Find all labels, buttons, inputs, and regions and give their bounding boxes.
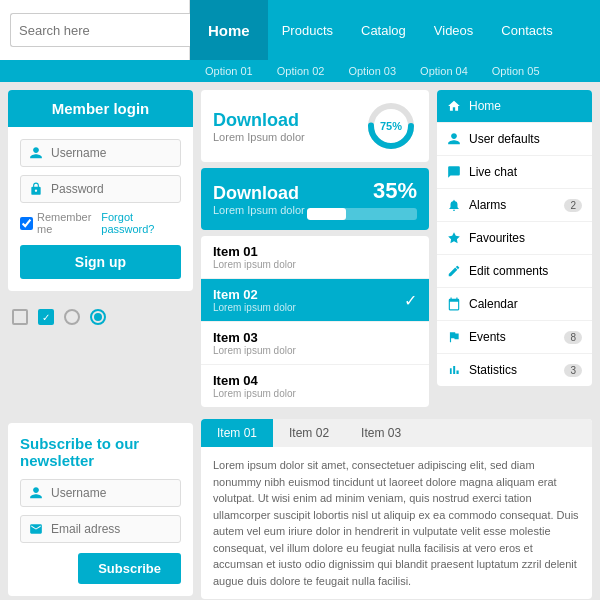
item-title-0: Item 01 [213, 244, 296, 259]
bottom-tabs-section: Item 01 Item 02 Item 03 Lorem ipsum dolo… [201, 415, 592, 599]
subscribe-username-row [20, 479, 181, 507]
home-icon [447, 99, 461, 113]
sidebar-label-favourites: Favourites [469, 231, 582, 245]
checkbox-unchecked[interactable] [12, 309, 28, 325]
chart-icon [447, 363, 461, 377]
flag-icon [447, 330, 461, 344]
bottom-tabs: Item 01 Item 02 Item 03 [201, 419, 592, 447]
nav-item-contacts[interactable]: Contacts [487, 0, 566, 60]
username-row: ✓ [20, 139, 181, 167]
events-badge: 8 [564, 331, 582, 344]
sub-nav: Option 01 Option 02 Option 03 Option 04 … [0, 60, 600, 82]
remember-me-checkbox[interactable] [20, 217, 33, 230]
sidebar-label-edit-comments: Edit comments [469, 264, 582, 278]
nav-item-videos[interactable]: Videos [420, 0, 488, 60]
sidebar-label-calendar: Calendar [469, 297, 582, 311]
item-entry-3[interactable]: Item 04 Lorem ipsum dolor [201, 365, 429, 407]
download-subtitle-2: Lorem Ipsum dolor [213, 204, 305, 216]
middle-panel: Download Lorem Ipsum dolor 75% Download … [201, 90, 429, 407]
star-icon [447, 231, 461, 245]
password-row: ✕ [20, 175, 181, 203]
progress-fill [307, 208, 346, 220]
sub-nav-item-5[interactable]: Option 05 [480, 63, 552, 79]
subscribe-email-row [20, 515, 181, 543]
progress-percent: 35% [373, 178, 417, 204]
sidebar-item-statistics[interactable]: Statistics 3 [437, 354, 592, 386]
sidebar-label-user-defaults: User defaults [469, 132, 582, 146]
search-input[interactable] [10, 13, 195, 47]
user-icon [29, 146, 43, 160]
nav-item-home[interactable]: Home [190, 0, 268, 60]
item-sub-2: Lorem ipsum dolor [213, 345, 296, 356]
sidebar-item-live-chat[interactable]: Live chat [437, 156, 592, 189]
bottom-tab-2[interactable]: Item 03 [345, 419, 417, 447]
user-defaults-icon [447, 132, 461, 146]
subscribe-section: Subscribe to our newsletter Subscribe [8, 415, 193, 599]
item-title-3: Item 04 [213, 373, 296, 388]
item-title-1: Item 02 [213, 287, 296, 302]
sidebar-item-calendar[interactable]: Calendar [437, 288, 592, 321]
subscribe-email-input[interactable] [51, 522, 201, 536]
donut-percent: 75% [380, 120, 402, 132]
password-input[interactable] [51, 182, 193, 196]
right-panel: Home User defaults Live chat Alarms 2 Fa [437, 90, 592, 407]
nav-item-catalog[interactable]: Catalog [347, 0, 420, 60]
left-panel: Member login ✓ ✕ Remember me [8, 90, 193, 407]
item-title-2: Item 03 [213, 330, 296, 345]
search-area [0, 0, 190, 60]
member-login-title: Member login [8, 90, 193, 127]
sign-up-button[interactable]: Sign up [20, 245, 181, 279]
subscribe-title: Subscribe to our newsletter [20, 435, 181, 469]
statistics-badge: 3 [564, 364, 582, 377]
member-login-card: Member login ✓ ✕ Remember me [8, 90, 193, 291]
main-content: Member login ✓ ✕ Remember me [0, 82, 600, 415]
sidebar-item-alarms[interactable]: Alarms 2 [437, 189, 592, 222]
sidebar-label-statistics: Statistics [469, 363, 556, 377]
sidebar-item-user-defaults[interactable]: User defaults [437, 123, 592, 156]
item-sub-1: Lorem ipsum dolor [213, 302, 296, 313]
sub-nav-item-4[interactable]: Option 04 [408, 63, 480, 79]
sidebar-item-edit-comments[interactable]: Edit comments [437, 255, 592, 288]
item-sub-3: Lorem ipsum dolor [213, 388, 296, 399]
alarms-badge: 2 [564, 199, 582, 212]
sidebar-item-events[interactable]: Events 8 [437, 321, 592, 354]
item-entry-0[interactable]: Item 01 Lorem ipsum dolor [201, 236, 429, 279]
download-text-2: Download Lorem Ipsum dolor [213, 183, 305, 216]
radio-unchecked[interactable] [64, 309, 80, 325]
item-list: Item 01 Lorem ipsum dolor Item 02 Lorem … [201, 236, 429, 407]
alarm-icon [447, 198, 461, 212]
sub-nav-item-1[interactable]: Option 01 [193, 63, 265, 79]
item-sub-0: Lorem ipsum dolor [213, 259, 296, 270]
sidebar-label-alarms: Alarms [469, 198, 556, 212]
forgot-password-link[interactable]: Forgot password? [101, 211, 181, 235]
sidebar-label-events: Events [469, 330, 556, 344]
download-banner-2: Download Lorem Ipsum dolor 35% [201, 168, 429, 230]
subscribe-username-input[interactable] [51, 486, 201, 500]
radio-checked[interactable] [90, 309, 106, 325]
sub-nav-item-3[interactable]: Option 03 [336, 63, 408, 79]
main-nav: Home Products Catalog Videos Contacts [190, 0, 600, 60]
member-login-body: ✓ ✕ Remember me Forgot password? Sign up [8, 127, 193, 291]
sub-nav-item-2[interactable]: Option 02 [265, 63, 337, 79]
item-entry-1[interactable]: Item 02 Lorem ipsum dolor ✓ [201, 279, 429, 322]
progress-bar [307, 208, 417, 220]
subscribe-button-wrap: Subscribe [20, 553, 181, 584]
sidebar-item-home[interactable]: Home [437, 90, 592, 123]
form-elements-row: ✓ [8, 299, 193, 329]
bottom-tab-0[interactable]: Item 01 [201, 419, 273, 447]
lower-area: Subscribe to our newsletter Subscribe It… [0, 415, 600, 600]
download-title-2: Download [213, 183, 305, 204]
sidebar-item-favourites[interactable]: Favourites [437, 222, 592, 255]
subscribe-button[interactable]: Subscribe [78, 553, 181, 584]
bottom-section: Item 01 Item 02 Item 03 Lorem ipsum dolo… [201, 419, 592, 599]
item-entry-2[interactable]: Item 03 Lorem ipsum dolor [201, 322, 429, 365]
download-title-1: Download [213, 110, 305, 131]
nav-item-products[interactable]: Products [268, 0, 347, 60]
subscribe-box: Subscribe to our newsletter Subscribe [8, 423, 193, 596]
calendar-icon [447, 297, 461, 311]
username-input[interactable] [51, 146, 193, 160]
checkbox-checked[interactable]: ✓ [38, 309, 54, 325]
remember-me-label[interactable]: Remember me [20, 211, 101, 235]
bottom-tab-1[interactable]: Item 02 [273, 419, 345, 447]
item-check-icon: ✓ [404, 291, 417, 310]
